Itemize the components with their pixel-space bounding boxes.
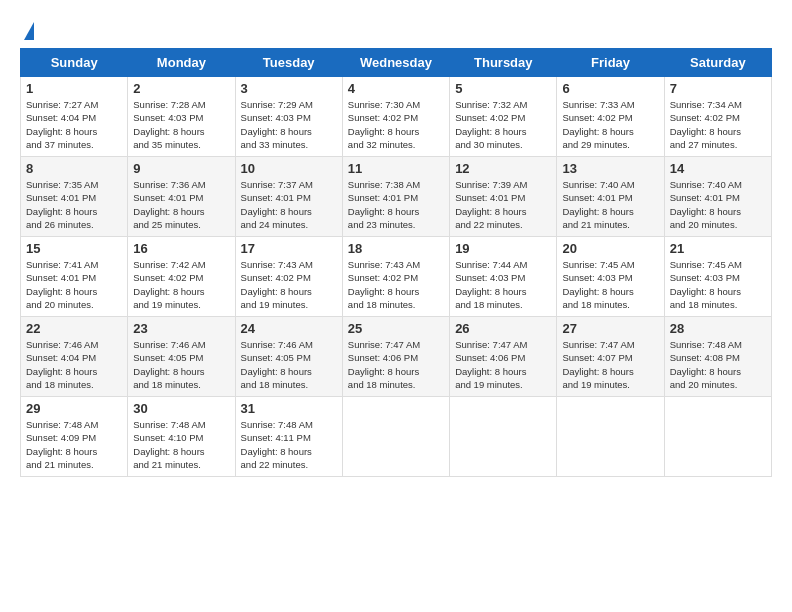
day-number: 18 bbox=[348, 241, 444, 256]
day-number: 19 bbox=[455, 241, 551, 256]
weekday-header-sunday: Sunday bbox=[21, 49, 128, 77]
day-info: Sunrise: 7:38 AMSunset: 4:01 PMDaylight:… bbox=[348, 178, 444, 231]
calendar-day-28: 28Sunrise: 7:48 AMSunset: 4:08 PMDayligh… bbox=[664, 317, 771, 397]
calendar-day-25: 25Sunrise: 7:47 AMSunset: 4:06 PMDayligh… bbox=[342, 317, 449, 397]
day-number: 22 bbox=[26, 321, 122, 336]
day-info: Sunrise: 7:47 AMSunset: 4:06 PMDaylight:… bbox=[455, 338, 551, 391]
day-number: 16 bbox=[133, 241, 229, 256]
day-info: Sunrise: 7:48 AMSunset: 4:11 PMDaylight:… bbox=[241, 418, 337, 471]
day-number: 26 bbox=[455, 321, 551, 336]
logo-triangle-icon bbox=[24, 22, 34, 40]
day-number: 10 bbox=[241, 161, 337, 176]
calendar-day-13: 13Sunrise: 7:40 AMSunset: 4:01 PMDayligh… bbox=[557, 157, 664, 237]
calendar-day-19: 19Sunrise: 7:44 AMSunset: 4:03 PMDayligh… bbox=[450, 237, 557, 317]
day-number: 2 bbox=[133, 81, 229, 96]
day-number: 6 bbox=[562, 81, 658, 96]
day-number: 21 bbox=[670, 241, 766, 256]
day-number: 17 bbox=[241, 241, 337, 256]
calendar-week-4: 22Sunrise: 7:46 AMSunset: 4:04 PMDayligh… bbox=[21, 317, 772, 397]
day-info: Sunrise: 7:41 AMSunset: 4:01 PMDaylight:… bbox=[26, 258, 122, 311]
calendar-day-5: 5Sunrise: 7:32 AMSunset: 4:02 PMDaylight… bbox=[450, 77, 557, 157]
page-header bbox=[20, 20, 772, 38]
calendar-day-10: 10Sunrise: 7:37 AMSunset: 4:01 PMDayligh… bbox=[235, 157, 342, 237]
day-info: Sunrise: 7:37 AMSunset: 4:01 PMDaylight:… bbox=[241, 178, 337, 231]
day-info: Sunrise: 7:36 AMSunset: 4:01 PMDaylight:… bbox=[133, 178, 229, 231]
calendar-day-9: 9Sunrise: 7:36 AMSunset: 4:01 PMDaylight… bbox=[128, 157, 235, 237]
day-number: 8 bbox=[26, 161, 122, 176]
day-number: 13 bbox=[562, 161, 658, 176]
calendar-header-row: SundayMondayTuesdayWednesdayThursdayFrid… bbox=[21, 49, 772, 77]
day-info: Sunrise: 7:43 AMSunset: 4:02 PMDaylight:… bbox=[348, 258, 444, 311]
day-info: Sunrise: 7:40 AMSunset: 4:01 PMDaylight:… bbox=[670, 178, 766, 231]
calendar-day-12: 12Sunrise: 7:39 AMSunset: 4:01 PMDayligh… bbox=[450, 157, 557, 237]
calendar-day-4: 4Sunrise: 7:30 AMSunset: 4:02 PMDaylight… bbox=[342, 77, 449, 157]
day-number: 20 bbox=[562, 241, 658, 256]
day-info: Sunrise: 7:28 AMSunset: 4:03 PMDaylight:… bbox=[133, 98, 229, 151]
weekday-header-monday: Monday bbox=[128, 49, 235, 77]
empty-cell bbox=[342, 397, 449, 477]
empty-cell bbox=[450, 397, 557, 477]
day-number: 23 bbox=[133, 321, 229, 336]
day-info: Sunrise: 7:40 AMSunset: 4:01 PMDaylight:… bbox=[562, 178, 658, 231]
calendar-day-16: 16Sunrise: 7:42 AMSunset: 4:02 PMDayligh… bbox=[128, 237, 235, 317]
day-info: Sunrise: 7:46 AMSunset: 4:05 PMDaylight:… bbox=[133, 338, 229, 391]
calendar-day-20: 20Sunrise: 7:45 AMSunset: 4:03 PMDayligh… bbox=[557, 237, 664, 317]
day-info: Sunrise: 7:48 AMSunset: 4:10 PMDaylight:… bbox=[133, 418, 229, 471]
day-number: 24 bbox=[241, 321, 337, 336]
day-info: Sunrise: 7:35 AMSunset: 4:01 PMDaylight:… bbox=[26, 178, 122, 231]
day-number: 12 bbox=[455, 161, 551, 176]
day-info: Sunrise: 7:27 AMSunset: 4:04 PMDaylight:… bbox=[26, 98, 122, 151]
calendar-day-23: 23Sunrise: 7:46 AMSunset: 4:05 PMDayligh… bbox=[128, 317, 235, 397]
calendar-day-27: 27Sunrise: 7:47 AMSunset: 4:07 PMDayligh… bbox=[557, 317, 664, 397]
weekday-header-thursday: Thursday bbox=[450, 49, 557, 77]
calendar-day-17: 17Sunrise: 7:43 AMSunset: 4:02 PMDayligh… bbox=[235, 237, 342, 317]
day-number: 31 bbox=[241, 401, 337, 416]
day-info: Sunrise: 7:29 AMSunset: 4:03 PMDaylight:… bbox=[241, 98, 337, 151]
calendar-week-2: 8Sunrise: 7:35 AMSunset: 4:01 PMDaylight… bbox=[21, 157, 772, 237]
calendar-day-31: 31Sunrise: 7:48 AMSunset: 4:11 PMDayligh… bbox=[235, 397, 342, 477]
calendar-day-18: 18Sunrise: 7:43 AMSunset: 4:02 PMDayligh… bbox=[342, 237, 449, 317]
day-info: Sunrise: 7:30 AMSunset: 4:02 PMDaylight:… bbox=[348, 98, 444, 151]
day-number: 14 bbox=[670, 161, 766, 176]
calendar-day-29: 29Sunrise: 7:48 AMSunset: 4:09 PMDayligh… bbox=[21, 397, 128, 477]
calendar-day-22: 22Sunrise: 7:46 AMSunset: 4:04 PMDayligh… bbox=[21, 317, 128, 397]
day-number: 7 bbox=[670, 81, 766, 96]
day-info: Sunrise: 7:33 AMSunset: 4:02 PMDaylight:… bbox=[562, 98, 658, 151]
calendar-day-6: 6Sunrise: 7:33 AMSunset: 4:02 PMDaylight… bbox=[557, 77, 664, 157]
day-info: Sunrise: 7:45 AMSunset: 4:03 PMDaylight:… bbox=[562, 258, 658, 311]
day-number: 3 bbox=[241, 81, 337, 96]
day-number: 27 bbox=[562, 321, 658, 336]
day-number: 1 bbox=[26, 81, 122, 96]
day-info: Sunrise: 7:43 AMSunset: 4:02 PMDaylight:… bbox=[241, 258, 337, 311]
calendar-table: SundayMondayTuesdayWednesdayThursdayFrid… bbox=[20, 48, 772, 477]
day-number: 5 bbox=[455, 81, 551, 96]
day-number: 30 bbox=[133, 401, 229, 416]
day-number: 9 bbox=[133, 161, 229, 176]
calendar-day-8: 8Sunrise: 7:35 AMSunset: 4:01 PMDaylight… bbox=[21, 157, 128, 237]
day-number: 11 bbox=[348, 161, 444, 176]
calendar-day-24: 24Sunrise: 7:46 AMSunset: 4:05 PMDayligh… bbox=[235, 317, 342, 397]
day-info: Sunrise: 7:46 AMSunset: 4:04 PMDaylight:… bbox=[26, 338, 122, 391]
day-info: Sunrise: 7:47 AMSunset: 4:07 PMDaylight:… bbox=[562, 338, 658, 391]
calendar-day-11: 11Sunrise: 7:38 AMSunset: 4:01 PMDayligh… bbox=[342, 157, 449, 237]
day-info: Sunrise: 7:47 AMSunset: 4:06 PMDaylight:… bbox=[348, 338, 444, 391]
day-info: Sunrise: 7:48 AMSunset: 4:08 PMDaylight:… bbox=[670, 338, 766, 391]
empty-cell bbox=[557, 397, 664, 477]
calendar-day-21: 21Sunrise: 7:45 AMSunset: 4:03 PMDayligh… bbox=[664, 237, 771, 317]
weekday-header-friday: Friday bbox=[557, 49, 664, 77]
calendar-week-3: 15Sunrise: 7:41 AMSunset: 4:01 PMDayligh… bbox=[21, 237, 772, 317]
calendar-day-26: 26Sunrise: 7:47 AMSunset: 4:06 PMDayligh… bbox=[450, 317, 557, 397]
calendar-day-3: 3Sunrise: 7:29 AMSunset: 4:03 PMDaylight… bbox=[235, 77, 342, 157]
day-info: Sunrise: 7:32 AMSunset: 4:02 PMDaylight:… bbox=[455, 98, 551, 151]
day-number: 15 bbox=[26, 241, 122, 256]
weekday-header-saturday: Saturday bbox=[664, 49, 771, 77]
empty-cell bbox=[664, 397, 771, 477]
day-number: 29 bbox=[26, 401, 122, 416]
calendar-week-1: 1Sunrise: 7:27 AMSunset: 4:04 PMDaylight… bbox=[21, 77, 772, 157]
calendar-day-1: 1Sunrise: 7:27 AMSunset: 4:04 PMDaylight… bbox=[21, 77, 128, 157]
day-info: Sunrise: 7:45 AMSunset: 4:03 PMDaylight:… bbox=[670, 258, 766, 311]
calendar-day-15: 15Sunrise: 7:41 AMSunset: 4:01 PMDayligh… bbox=[21, 237, 128, 317]
day-info: Sunrise: 7:42 AMSunset: 4:02 PMDaylight:… bbox=[133, 258, 229, 311]
day-info: Sunrise: 7:34 AMSunset: 4:02 PMDaylight:… bbox=[670, 98, 766, 151]
day-info: Sunrise: 7:48 AMSunset: 4:09 PMDaylight:… bbox=[26, 418, 122, 471]
